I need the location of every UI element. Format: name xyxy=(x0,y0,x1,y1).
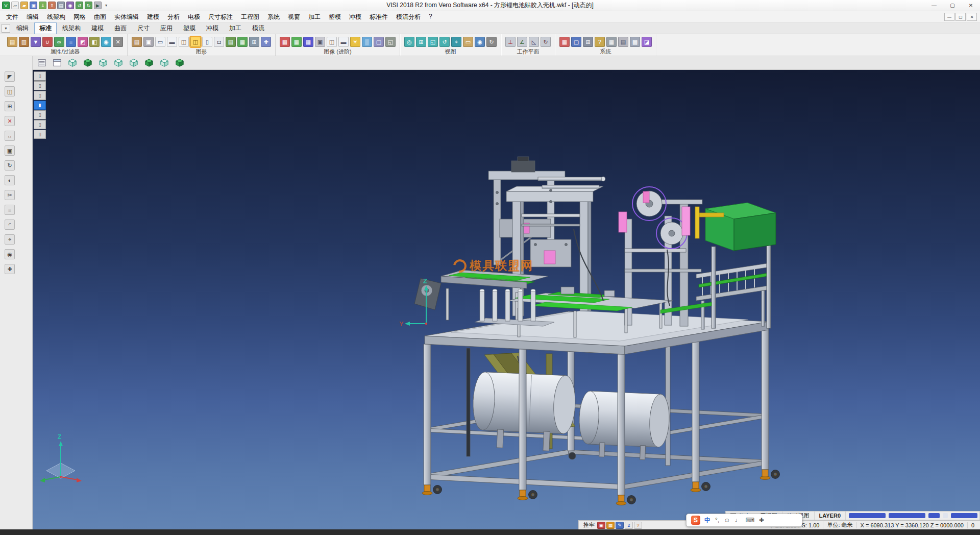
view-display-list-button[interactable] xyxy=(35,57,48,68)
render-shaded-icon[interactable]: ▦ xyxy=(280,37,290,47)
ime-punct-indicator[interactable]: °, xyxy=(715,517,719,524)
view-cube-front-button[interactable] xyxy=(112,57,125,68)
view-cube-bottom-button[interactable] xyxy=(173,57,186,68)
copy-icon[interactable]: ▣ xyxy=(5,145,15,156)
attribute-copy-icon[interactable]: ▥ xyxy=(19,37,29,47)
tab-9[interactable]: 冲模 xyxy=(201,22,224,34)
zoom-dynamic-icon[interactable]: ◎ xyxy=(404,37,414,47)
view-strip-button-4[interactable]: ▮ xyxy=(34,101,46,110)
tab-10[interactable]: 加工 xyxy=(224,22,247,34)
database-insert-icon[interactable]: ▤ xyxy=(226,37,236,47)
zoom-previous-icon[interactable]: ↺ xyxy=(439,37,450,47)
menu-item-3[interactable]: 线架构 xyxy=(43,11,69,23)
status-alert-icon[interactable]: ▣ xyxy=(597,522,605,529)
redo-icon[interactable]: ↻ xyxy=(85,2,92,9)
attribute-edit-icon[interactable]: ▤ xyxy=(7,37,17,47)
menu-item-14[interactable]: 加工 xyxy=(304,11,325,23)
grid-settings-icon[interactable]: ▦ xyxy=(606,37,617,47)
monitor-config-icon[interactable]: ▢ xyxy=(571,37,581,47)
tab-4[interactable]: 建模 xyxy=(86,22,109,34)
view-cube-top-button[interactable] xyxy=(96,57,110,68)
calculator-icon[interactable]: ⊞ xyxy=(583,37,593,47)
render-texture-icon[interactable]: ▦ xyxy=(303,37,313,47)
color-picker-icon[interactable]: ◩ xyxy=(78,37,88,47)
zoom-box-icon[interactable]: ⊞ xyxy=(5,101,15,111)
tab-5[interactable]: 曲面 xyxy=(109,22,132,34)
view-eye-icon[interactable]: ◉ xyxy=(475,37,485,47)
view-strip-button-3[interactable]: ▯ xyxy=(34,91,46,100)
clipboard-copy-icon[interactable]: ▣ xyxy=(143,37,154,47)
layer-indicator[interactable]: LAYER0 xyxy=(815,512,846,520)
layer-visibility-icon[interactable]: ◉ xyxy=(5,249,15,259)
purge-icon[interactable]: ✕ xyxy=(113,37,123,47)
tab-11[interactable]: 模流 xyxy=(247,22,270,34)
new-file-icon[interactable]: ▱ xyxy=(11,2,19,9)
dynamic-shading-icon[interactable]: ◫ xyxy=(190,37,201,47)
fillet-icon[interactable]: ◜ xyxy=(5,220,15,230)
menu-item-12[interactable]: 系统 xyxy=(263,11,284,23)
tab-2[interactable]: 标准 xyxy=(34,22,57,34)
wireframe-display-icon[interactable]: ▭ xyxy=(155,37,165,47)
menu-item-1[interactable]: 文件 xyxy=(2,11,22,23)
status-display-icon[interactable]: ▦ xyxy=(606,522,615,529)
element-lock-icon[interactable]: ◧ xyxy=(89,37,100,47)
ime-lang-indicator[interactable]: 中 xyxy=(704,516,710,525)
tab-3[interactable]: 线架构 xyxy=(57,22,86,34)
measure-icon[interactable]: ⌖ xyxy=(451,37,461,47)
app-logo-icon[interactable]: V xyxy=(2,2,10,9)
menu-item-8[interactable]: 分析 xyxy=(163,11,184,23)
image-light-icon[interactable]: ☀ xyxy=(350,37,360,47)
clipboard-paste-icon[interactable]: ▤ xyxy=(132,37,142,47)
image-section-icon[interactable]: ▬ xyxy=(338,37,349,47)
zoom-fit-icon[interactable]: ◱ xyxy=(428,37,438,47)
view-cube-shaded-button[interactable] xyxy=(81,57,94,68)
layer-manager-icon[interactable]: ≡ xyxy=(66,37,76,47)
doc-restore-button[interactable]: ▢ xyxy=(955,13,966,21)
filter-elements-icon[interactable]: ▼ xyxy=(31,37,41,47)
workplane-view-icon[interactable]: ◺ xyxy=(529,37,539,47)
tab-1[interactable]: 编辑 xyxy=(11,22,34,34)
graphics-settings-icon[interactable]: ✚ xyxy=(261,37,271,47)
menu-item-4[interactable]: 网格 xyxy=(69,11,90,23)
tab-8[interactable]: 塑膜 xyxy=(178,22,201,34)
color-table-icon[interactable]: ▦ xyxy=(559,37,570,47)
menu-item-6[interactable]: 实体编辑 xyxy=(110,11,143,23)
view-cube-back-button[interactable] xyxy=(142,57,156,68)
undo-icon[interactable]: ↺ xyxy=(76,2,83,9)
select-icon[interactable]: ◤ xyxy=(5,71,15,82)
doc-close-button[interactable]: ✕ xyxy=(967,13,977,21)
tab-7[interactable]: 应用 xyxy=(155,22,178,34)
ime-keyboard-button[interactable]: ⌨ xyxy=(745,517,754,524)
menu-item-9[interactable]: 电极 xyxy=(184,11,204,23)
solid-display-icon[interactable]: ◘ xyxy=(214,37,224,47)
viewport[interactable]: Z Y Z ▯▯▯▮▯▯▯ xyxy=(33,70,980,529)
minimize-button[interactable]: — xyxy=(925,0,943,11)
view-cube-iso-button[interactable] xyxy=(66,57,79,68)
screen-capture-icon[interactable]: ▣ xyxy=(315,37,325,47)
save-file-icon[interactable]: ▣ xyxy=(30,2,37,9)
menu-item-13[interactable]: 视窗 xyxy=(284,11,304,23)
macro-icon[interactable]: ▶ xyxy=(94,2,102,9)
visibility-toggle-icon[interactable]: ◉ xyxy=(101,37,111,47)
tab-overflow-button[interactable]: ▼ xyxy=(2,24,10,33)
view-strip-button-6[interactable]: ▯ xyxy=(34,120,46,129)
workplane-entity-icon[interactable]: ∠ xyxy=(517,37,527,47)
capture-icon[interactable]: ◉ xyxy=(66,2,74,9)
image-monitor-icon[interactable]: ▢ xyxy=(374,37,384,47)
view-strip-button-1[interactable]: ▯ xyxy=(34,71,46,81)
database-green-icon[interactable]: ▦ xyxy=(237,37,248,47)
options-icon[interactable]: ✚ xyxy=(5,264,15,274)
ruler-icon[interactable]: ▭ xyxy=(463,37,473,47)
import-icon[interactable]: ⇓ xyxy=(39,2,46,9)
filter-magnet-icon[interactable]: ∪ xyxy=(42,37,53,47)
image-background-icon[interactable]: ▒ xyxy=(362,37,372,47)
mirror-icon[interactable]: ◐ xyxy=(5,175,15,185)
dither-icon[interactable]: ▩ xyxy=(630,37,640,47)
menu-item-11[interactable]: 工程图 xyxy=(237,11,263,23)
menu-item-2[interactable]: 编辑 xyxy=(22,11,43,23)
move-icon[interactable]: ↔ xyxy=(5,131,15,141)
close-button[interactable]: ✕ xyxy=(962,0,980,11)
transparent-display-icon[interactable]: ▯ xyxy=(202,37,212,47)
tab-6[interactable]: 尺寸 xyxy=(132,22,155,34)
render-material-icon[interactable]: ▦ xyxy=(291,37,302,47)
